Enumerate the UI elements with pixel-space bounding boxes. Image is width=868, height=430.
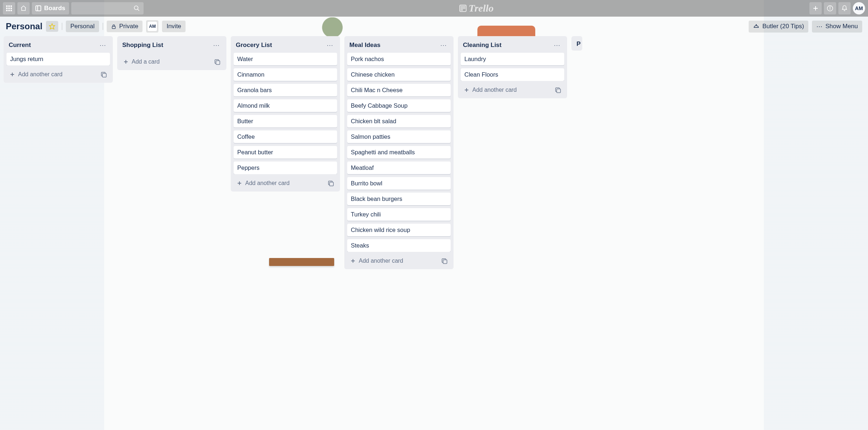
butler-button[interactable]: Butler (20 Tips) — [749, 21, 808, 33]
card[interactable]: Cinnamon — [234, 68, 337, 81]
card[interactable]: Jungs return — [7, 53, 110, 65]
svg-rect-14 — [461, 6, 463, 10]
card[interactable]: Almond milk — [234, 99, 337, 112]
card-template-button[interactable] — [326, 179, 336, 188]
add-card-button[interactable]: Add another card — [462, 85, 550, 95]
svg-point-20 — [830, 7, 830, 8]
card[interactable]: Butter — [234, 115, 337, 128]
list-menu-button[interactable]: ⋯ — [98, 40, 108, 50]
list-title[interactable]: Cleaning List — [463, 42, 552, 49]
card[interactable]: Chicken blt salad — [347, 115, 451, 128]
plus-icon — [123, 59, 129, 65]
user-avatar[interactable]: AM — [853, 2, 865, 14]
list-menu-button[interactable]: ⋯ — [212, 40, 221, 50]
board-title[interactable]: Personal — [6, 21, 42, 31]
list-title[interactable]: Grocery List — [236, 42, 325, 49]
butler-icon — [753, 23, 760, 30]
card[interactable]: Peppers — [234, 162, 337, 174]
card[interactable]: Meatloaf — [347, 162, 451, 174]
card[interactable]: Water — [234, 53, 337, 65]
svg-rect-2 — [10, 5, 12, 7]
list-menu-button[interactable]: ⋯ — [552, 40, 562, 50]
list-header: Grocery List⋯ — [234, 39, 337, 50]
list-title[interactable]: Meal Ideas — [349, 42, 439, 49]
card[interactable]: Beefy Cabbage Soup — [347, 99, 451, 112]
card[interactable]: Chinese chicken — [347, 68, 451, 81]
list[interactable]: Current⋯Jungs returnAdd another card — [4, 36, 113, 83]
show-menu-label: Show Menu — [825, 23, 858, 30]
boards-button[interactable]: Boards — [32, 2, 69, 14]
svg-rect-4 — [8, 8, 10, 9]
visibility-button[interactable]: Private — [107, 21, 143, 32]
invite-label: Invite — [166, 23, 181, 30]
card-list: WaterCinnamonGranola barsAlmond milkButt… — [234, 53, 337, 174]
card[interactable]: Pork nachos — [347, 53, 451, 65]
list-title[interactable]: P — [576, 40, 580, 48]
list-header: Cleaning List⋯ — [461, 39, 564, 50]
template-icon — [441, 258, 448, 264]
add-card-button[interactable]: Add a card — [122, 57, 210, 66]
card-template-button[interactable] — [213, 57, 222, 66]
card[interactable]: Spaghetti and meatballs — [347, 146, 451, 159]
search-button[interactable] — [71, 2, 144, 14]
card-list: Pork nachosChinese chickenChili Mac n Ch… — [347, 53, 451, 252]
card[interactable]: Chicken wild rice soup — [347, 224, 451, 236]
card[interactable]: Black bean burgers — [347, 193, 451, 205]
card[interactable]: Salmon patties — [347, 130, 451, 143]
card-list: LaundryClean Floors — [461, 53, 564, 81]
add-card-label: Add another card — [245, 180, 290, 186]
add-card-button[interactable]: Add another card — [349, 256, 437, 266]
list[interactable]: Cleaning List⋯LaundryClean FloorsAdd ano… — [458, 36, 567, 98]
card[interactable]: Burrito bowl — [347, 177, 451, 190]
notifications-button[interactable] — [838, 2, 851, 14]
app-logo[interactable]: Trello — [459, 3, 494, 14]
star-icon — [49, 23, 55, 30]
board-member[interactable]: AM — [146, 20, 158, 33]
invite-button[interactable]: Invite — [162, 21, 186, 32]
plus-icon — [350, 258, 356, 264]
card-template-button[interactable] — [99, 70, 109, 79]
bell-icon — [841, 5, 848, 12]
card[interactable]: Steaks — [347, 239, 451, 252]
list-header: Meal Ideas⋯ — [347, 39, 451, 50]
show-menu-button[interactable]: ⋯ Show Menu — [812, 21, 862, 33]
star-board-button[interactable] — [46, 21, 58, 32]
card[interactable]: Granola bars — [234, 84, 337, 96]
divider — [62, 23, 62, 30]
add-card-label: Add a card — [132, 59, 159, 65]
add-card-button[interactable]: Add another card — [8, 70, 96, 79]
home-button[interactable] — [17, 2, 30, 14]
apps-button[interactable] — [3, 2, 15, 14]
template-icon — [214, 59, 221, 65]
list[interactable]: P — [571, 36, 582, 51]
plus-icon — [9, 72, 15, 77]
member-avatar: AM — [148, 22, 157, 31]
card[interactable]: Peanut butter — [234, 146, 337, 159]
card[interactable]: Clean Floors — [461, 68, 564, 81]
card[interactable]: Coffee — [234, 130, 337, 143]
board-canvas[interactable]: Current⋯Jungs returnAdd another cardShop… — [0, 36, 868, 429]
plus-icon — [237, 180, 242, 186]
team-button[interactable]: Personal — [66, 21, 99, 32]
list-header: Current⋯ — [7, 39, 110, 50]
card-template-button[interactable] — [440, 256, 449, 266]
card[interactable]: Laundry — [461, 53, 564, 65]
card[interactable]: Chili Mac n Cheese — [347, 84, 451, 96]
svg-point-24 — [756, 25, 757, 25]
template-icon — [328, 180, 334, 186]
list-title[interactable]: Shopping List — [122, 42, 212, 49]
list[interactable]: Meal Ideas⋯Pork nachosChinese chickenChi… — [344, 36, 454, 269]
list[interactable]: Grocery List⋯WaterCinnamonGranola barsAl… — [231, 36, 340, 192]
card-template-button[interactable] — [553, 85, 563, 95]
list-menu-button[interactable]: ⋯ — [325, 40, 335, 50]
list-title[interactable]: Current — [9, 42, 98, 49]
add-card-button[interactable]: Add another card — [235, 179, 323, 188]
card[interactable]: Turkey chili — [347, 208, 451, 221]
create-button[interactable] — [809, 2, 822, 14]
list-menu-button[interactable]: ⋯ — [439, 40, 448, 50]
card-list: Jungs return — [7, 53, 110, 65]
info-button[interactable] — [824, 2, 836, 14]
add-card-label: Add another card — [359, 258, 403, 264]
list[interactable]: Shopping List⋯Add a card — [117, 36, 226, 70]
svg-rect-1 — [8, 5, 10, 7]
